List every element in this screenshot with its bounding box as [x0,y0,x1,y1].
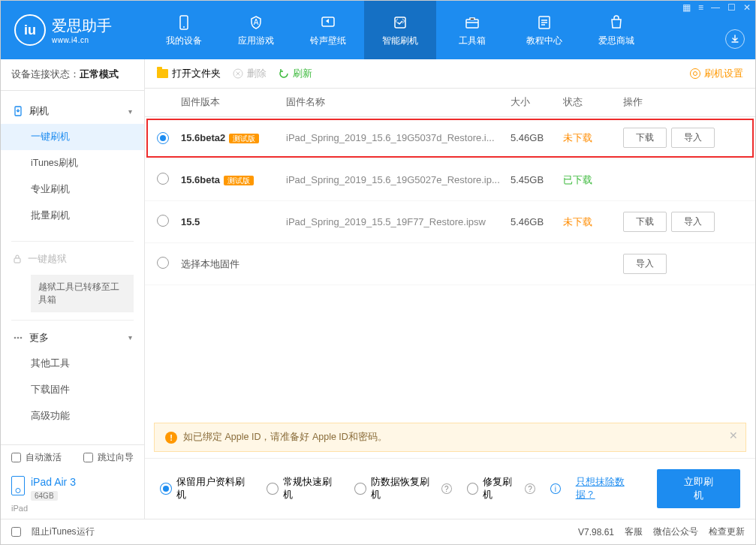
sidebar: 设备连接状态：正常模式 刷机 ▾ 一键刷机iTunes刷机专业刷机批量刷机 一键… [1,59,145,519]
footer: 阻止iTunes运行 V7.98.61 客服 微信公众号 检查更新 [1,519,755,544]
import-button[interactable]: 导入 [671,212,715,232]
sidebar-group-flash[interactable]: 刷机 ▾ [1,98,144,124]
warning-bar: ! 如已绑定 Apple ID，请准备好 Apple ID和密码。 ✕ [154,423,746,452]
import-button[interactable]: 导入 [671,128,715,148]
download-button[interactable]: 下载 [623,128,667,148]
refresh-button[interactable]: 刷新 [279,67,312,80]
select-radio[interactable] [157,257,169,269]
download-indicator-icon[interactable] [725,29,745,49]
svg-text:A: A [254,18,259,26]
logo-icon: iu [14,14,46,46]
flash-options: 保留用户资料刷机常规快速刷机防数据恢复刷机?修复刷机? i 只想抹除数据？ 立即… [145,458,755,519]
option-radio[interactable] [160,483,172,495]
select-radio[interactable] [157,215,169,227]
open-folder-button[interactable]: 打开文件夹 [157,67,221,80]
more-icon [13,333,23,343]
device-info[interactable]: iPad Air 3 64GB iPad [1,470,144,519]
sidebar-item-1[interactable]: iTunes刷机 [1,150,144,176]
nav-item-3[interactable]: 智能刷机 [364,1,436,59]
option-radio[interactable] [267,483,279,495]
version-label: V7.98.61 [578,527,614,537]
close-icon[interactable]: ✕ [743,2,751,13]
flash-option-0[interactable]: 保留用户资料刷机 [160,476,251,501]
delete-button[interactable]: 删除 [233,67,267,80]
block-itunes-checkbox[interactable] [11,527,21,537]
svg-rect-5 [466,20,478,28]
svg-rect-8 [14,258,20,263]
sidebar-more-item-0[interactable]: 其他工具 [1,351,144,377]
svg-point-11 [20,336,23,339]
connection-status: 设备连接状态：正常模式 [1,59,144,91]
toolbar: 打开文件夹 删除 刷新 刷机设置 [145,59,755,89]
minimize-icon[interactable]: — [711,2,720,13]
help-icon[interactable]: ? [525,483,535,494]
nav-icon: A [247,14,265,32]
refresh-icon [279,68,289,79]
nav-icon [391,14,409,32]
table-header: 固件版本 固件名称 大小 状态 操作 [145,89,755,117]
grid-icon[interactable]: ▦ [682,2,691,13]
firmware-row[interactable]: 15.5iPad_Spring_2019_15.5_19F77_Restore.… [145,201,755,243]
select-radio[interactable] [157,173,169,185]
flash-now-button[interactable]: 立即刷机 [657,469,740,508]
nav-icon [175,14,193,32]
firmware-row[interactable]: 15.6beta2测试版iPad_Spring_2019_15.6_19G503… [145,117,755,159]
svg-point-1 [183,26,185,28]
select-radio[interactable] [157,132,169,144]
local-firmware-row[interactable]: 选择本地固件导入 [145,243,755,285]
firmware-row[interactable]: 15.6beta测试版iPad_Spring_2019_15.6_19G5027… [145,159,755,201]
flash-option-3[interactable]: 修复刷机? [467,476,535,501]
sidebar-group-jailbreak: 一键越狱 [1,246,144,272]
footer-link-update[interactable]: 检查更新 [709,525,745,538]
sidebar-item-2[interactable]: 专业刷机 [1,176,144,203]
folder-icon [157,69,168,78]
nav-icon [319,14,337,32]
sidebar-group-more[interactable]: 更多 ▾ [1,325,144,351]
jailbreak-note: 越狱工具已转移至工具箱 [31,275,134,312]
skip-guide-checkbox[interactable] [83,453,93,462]
main-nav: 我的设备A应用游戏铃声壁纸智能刷机工具箱教程中心爱思商城 [148,1,652,59]
firmware-list: 15.6beta2测试版iPad_Spring_2019_15.6_19G503… [145,117,755,417]
window-controls: ▦ ≡ — ☐ ✕ [682,2,751,13]
help-icon[interactable]: ? [441,483,452,494]
erase-only-link[interactable]: 只想抹除数据？ [576,476,643,501]
nav-item-2[interactable]: 铃声壁纸 [292,1,364,59]
nav-icon [463,14,481,32]
nav-item-5[interactable]: 教程中心 [508,1,580,59]
nav-item-4[interactable]: 工具箱 [436,1,508,59]
nav-icon [607,14,625,32]
ipad-icon [11,476,25,495]
sidebar-item-3[interactable]: 批量刷机 [1,203,144,229]
footer-link-support[interactable]: 客服 [625,525,643,538]
footer-link-wechat[interactable]: 微信公众号 [653,525,698,538]
delete-icon [233,68,243,79]
chevron-down-icon: ▾ [128,333,132,342]
option-radio[interactable] [467,483,479,495]
sidebar-item-0[interactable]: 一键刷机 [1,124,144,150]
nav-item-0[interactable]: 我的设备 [148,1,220,59]
menu-icon[interactable]: ≡ [698,2,703,13]
app-header: iu 爱思助手 www.i4.cn 我的设备A应用游戏铃声壁纸智能刷机工具箱教程… [1,1,755,59]
maximize-icon[interactable]: ☐ [727,2,736,13]
gear-icon [690,68,700,79]
svg-point-10 [17,336,20,339]
auto-activate-checkbox[interactable] [11,453,21,462]
flash-option-2[interactable]: 防数据恢复刷机? [354,476,451,501]
nav-icon [535,14,553,32]
app-url: www.i4.cn [52,36,112,44]
flash-option-1[interactable]: 常规快速刷机 [267,476,339,501]
lock-icon [13,254,22,264]
download-button[interactable]: 下载 [623,212,667,232]
flash-icon [13,106,23,116]
sidebar-more-item-1[interactable]: 下载固件 [1,377,144,403]
nav-item-1[interactable]: A应用游戏 [220,1,292,59]
import-button[interactable]: 导入 [623,254,667,274]
option-radio[interactable] [354,483,366,495]
flash-settings-button[interactable]: 刷机设置 [690,67,743,80]
app-name: 爱思助手 [52,16,112,36]
sidebar-more-item-2[interactable]: 高级功能 [1,403,144,429]
chevron-down-icon: ▾ [128,107,132,116]
nav-item-6[interactable]: 爱思商城 [580,1,652,59]
content-area: 打开文件夹 删除 刷新 刷机设置 固件版本 固件名称 大小 状态 操作 15.6… [145,59,755,519]
close-warning-button[interactable]: ✕ [729,429,738,441]
